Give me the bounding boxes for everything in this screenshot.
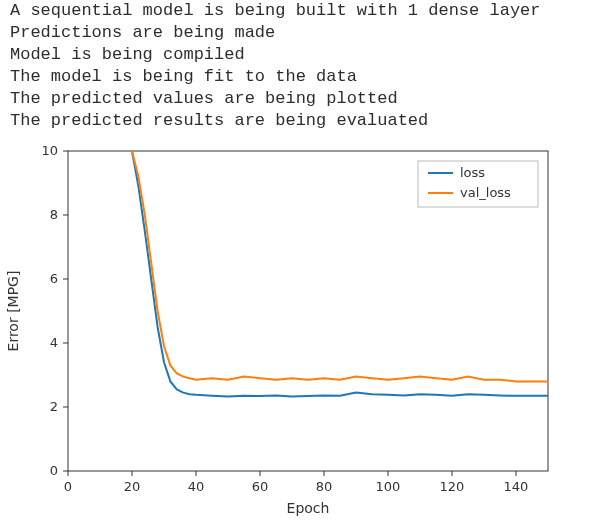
chart-container: 0204060801001201400246810EpochError [MPG…: [0, 133, 600, 525]
y-tick-label: 10: [41, 143, 58, 158]
y-tick-label: 6: [50, 271, 58, 286]
y-tick-label: 2: [50, 399, 58, 414]
x-tick-label: 40: [188, 479, 205, 494]
legend-label: val_loss: [460, 185, 511, 200]
console-line: Model is being compiled: [0, 44, 600, 66]
console-line: The model is being fit to the data: [0, 66, 600, 88]
x-tick-label: 60: [252, 479, 269, 494]
x-axis-label: Epoch: [287, 500, 330, 516]
legend-label: loss: [460, 165, 485, 180]
y-axis-label: Error [MPG]: [5, 270, 21, 351]
x-tick-label: 0: [64, 479, 72, 494]
x-tick-label: 140: [504, 479, 529, 494]
x-tick-label: 20: [124, 479, 141, 494]
console-line: A sequential model is being built with 1…: [0, 0, 600, 22]
x-tick-label: 120: [440, 479, 465, 494]
x-tick-label: 100: [376, 479, 401, 494]
console-line: The predicted results are being evaluate…: [0, 110, 600, 132]
console-line: The predicted values are being plotted: [0, 88, 600, 110]
y-tick-label: 0: [50, 463, 58, 478]
y-tick-label: 8: [50, 207, 58, 222]
line-chart: 0204060801001201400246810EpochError [MPG…: [0, 141, 560, 521]
console-line: Predictions are being made: [0, 22, 600, 44]
x-tick-label: 80: [316, 479, 333, 494]
y-tick-label: 4: [50, 335, 58, 350]
console-output: A sequential model is being built with 1…: [0, 0, 600, 133]
